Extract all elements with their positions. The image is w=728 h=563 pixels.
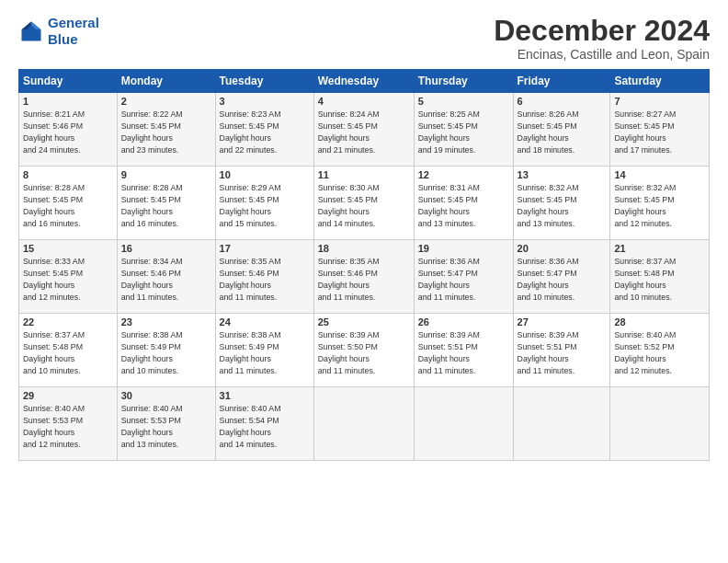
day-number: 26 [418, 316, 509, 327]
cell-info: Sunrise: 8:32 AMSunset: 5:45 PMDaylight … [518, 183, 579, 228]
calendar-week-row: 29 Sunrise: 8:40 AMSunset: 5:53 PMDaylig… [19, 387, 710, 461]
col-sunday: Sunday [19, 70, 118, 93]
cell-info: Sunrise: 8:38 AMSunset: 5:49 PMDaylight … [220, 330, 281, 375]
col-thursday: Thursday [414, 70, 513, 93]
col-tuesday: Tuesday [215, 70, 313, 93]
calendar-cell: 11 Sunrise: 8:30 AMSunset: 5:45 PMDaylig… [313, 167, 414, 240]
calendar-cell: 19 Sunrise: 8:36 AMSunset: 5:47 PMDaylig… [414, 240, 513, 314]
col-wednesday: Wednesday [313, 70, 414, 93]
cell-info: Sunrise: 8:32 AMSunset: 5:45 PMDaylight … [614, 183, 676, 228]
day-number: 31 [220, 390, 310, 401]
cell-info: Sunrise: 8:35 AMSunset: 5:46 PMDaylight … [318, 257, 380, 302]
cell-info: Sunrise: 8:36 AMSunset: 5:47 PMDaylight … [418, 257, 480, 302]
calendar-cell: 15 Sunrise: 8:33 AMSunset: 5:45 PMDaylig… [19, 240, 118, 314]
logo-text: General Blue [48, 15, 99, 48]
day-number: 22 [23, 316, 113, 327]
calendar-cell: 8 Sunrise: 8:28 AMSunset: 5:45 PMDayligh… [19, 167, 118, 240]
day-number: 10 [220, 169, 310, 180]
main-title: December 2024 [494, 15, 710, 47]
calendar-cell: 29 Sunrise: 8:40 AMSunset: 5:53 PMDaylig… [19, 387, 118, 461]
cell-info: Sunrise: 8:21 AMSunset: 5:46 PMDaylight … [23, 109, 85, 155]
calendar-cell: 31 Sunrise: 8:40 AMSunset: 5:54 PMDaylig… [215, 387, 313, 461]
calendar-cell: 23 Sunrise: 8:38 AMSunset: 5:49 PMDaylig… [117, 314, 215, 387]
calendar-cell: 2 Sunrise: 8:22 AMSunset: 5:45 PMDayligh… [117, 93, 215, 167]
calendar-week-row: 8 Sunrise: 8:28 AMSunset: 5:45 PMDayligh… [19, 167, 710, 240]
cell-info: Sunrise: 8:25 AMSunset: 5:45 PMDaylight … [418, 109, 480, 155]
calendar-cell: 14 Sunrise: 8:32 AMSunset: 5:45 PMDaylig… [610, 167, 710, 240]
day-number: 9 [121, 169, 211, 180]
title-block: December 2024 Encinas, Castille and Leon… [494, 15, 710, 62]
day-number: 23 [121, 316, 211, 327]
cell-info: Sunrise: 8:38 AMSunset: 5:49 PMDaylight … [121, 330, 183, 375]
day-number: 3 [220, 96, 310, 107]
day-number: 14 [614, 169, 705, 180]
cell-info: Sunrise: 8:28 AMSunset: 5:45 PMDaylight … [23, 183, 85, 228]
day-number: 16 [121, 243, 211, 254]
day-number: 29 [23, 390, 113, 401]
day-number: 6 [518, 96, 607, 107]
calendar-cell: 7 Sunrise: 8:27 AMSunset: 5:45 PMDayligh… [610, 93, 710, 167]
day-number: 4 [318, 96, 410, 107]
calendar-cell [513, 387, 610, 461]
cell-info: Sunrise: 8:23 AMSunset: 5:45 PMDaylight … [220, 109, 281, 155]
day-number: 21 [614, 243, 705, 254]
day-number: 25 [318, 316, 410, 327]
calendar-cell: 17 Sunrise: 8:35 AMSunset: 5:46 PMDaylig… [215, 240, 313, 314]
cell-info: Sunrise: 8:40 AMSunset: 5:52 PMDaylight … [614, 330, 676, 375]
cell-info: Sunrise: 8:37 AMSunset: 5:48 PMDaylight … [614, 257, 676, 302]
cell-info: Sunrise: 8:27 AMSunset: 5:45 PMDaylight … [614, 109, 676, 155]
col-friday: Friday [513, 70, 610, 93]
cell-info: Sunrise: 8:39 AMSunset: 5:50 PMDaylight … [318, 330, 380, 375]
cell-info: Sunrise: 8:37 AMSunset: 5:48 PMDaylight … [23, 330, 85, 375]
day-number: 15 [23, 243, 113, 254]
day-number: 1 [23, 96, 113, 107]
calendar: Sunday Monday Tuesday Wednesday Thursday… [18, 69, 710, 461]
day-number: 7 [614, 96, 705, 107]
cell-info: Sunrise: 8:35 AMSunset: 5:46 PMDaylight … [220, 257, 281, 302]
cell-info: Sunrise: 8:22 AMSunset: 5:45 PMDaylight … [121, 109, 183, 155]
day-number: 2 [121, 96, 211, 107]
day-number: 28 [614, 316, 705, 327]
calendar-cell: 1 Sunrise: 8:21 AMSunset: 5:46 PMDayligh… [19, 93, 118, 167]
logo: General Blue [18, 15, 99, 48]
calendar-cell: 9 Sunrise: 8:28 AMSunset: 5:45 PMDayligh… [117, 167, 215, 240]
cell-info: Sunrise: 8:30 AMSunset: 5:45 PMDaylight … [318, 183, 380, 228]
calendar-cell: 3 Sunrise: 8:23 AMSunset: 5:45 PMDayligh… [215, 93, 313, 167]
cell-info: Sunrise: 8:33 AMSunset: 5:45 PMDaylight … [23, 257, 85, 302]
col-saturday: Saturday [610, 70, 710, 93]
page: General Blue December 2024 Encinas, Cast… [0, 0, 728, 563]
calendar-cell: 26 Sunrise: 8:39 AMSunset: 5:51 PMDaylig… [414, 314, 513, 387]
calendar-cell [414, 387, 513, 461]
subtitle: Encinas, Castille and Leon, Spain [494, 47, 710, 62]
calendar-week-row: 15 Sunrise: 8:33 AMSunset: 5:45 PMDaylig… [19, 240, 710, 314]
cell-info: Sunrise: 8:34 AMSunset: 5:46 PMDaylight … [121, 257, 183, 302]
calendar-cell: 18 Sunrise: 8:35 AMSunset: 5:46 PMDaylig… [313, 240, 414, 314]
cell-info: Sunrise: 8:40 AMSunset: 5:53 PMDaylight … [23, 404, 85, 449]
cell-info: Sunrise: 8:31 AMSunset: 5:45 PMDaylight … [418, 183, 480, 228]
day-number: 8 [23, 169, 113, 180]
calendar-week-row: 1 Sunrise: 8:21 AMSunset: 5:46 PMDayligh… [19, 93, 710, 167]
logo-general: General [48, 15, 99, 30]
calendar-cell: 22 Sunrise: 8:37 AMSunset: 5:48 PMDaylig… [19, 314, 118, 387]
calendar-cell: 13 Sunrise: 8:32 AMSunset: 5:45 PMDaylig… [513, 167, 610, 240]
day-number: 11 [318, 169, 410, 180]
cell-info: Sunrise: 8:28 AMSunset: 5:45 PMDaylight … [121, 183, 183, 228]
day-number: 24 [220, 316, 310, 327]
calendar-header-row: Sunday Monday Tuesday Wednesday Thursday… [19, 70, 710, 93]
day-number: 27 [518, 316, 607, 327]
calendar-cell: 27 Sunrise: 8:39 AMSunset: 5:51 PMDaylig… [513, 314, 610, 387]
calendar-cell: 5 Sunrise: 8:25 AMSunset: 5:45 PMDayligh… [414, 93, 513, 167]
calendar-cell: 30 Sunrise: 8:40 AMSunset: 5:53 PMDaylig… [117, 387, 215, 461]
calendar-cell: 16 Sunrise: 8:34 AMSunset: 5:46 PMDaylig… [117, 240, 215, 314]
day-number: 18 [318, 243, 410, 254]
day-number: 19 [418, 243, 509, 254]
calendar-cell: 21 Sunrise: 8:37 AMSunset: 5:48 PMDaylig… [610, 240, 710, 314]
logo-icon [18, 18, 44, 44]
calendar-cell: 12 Sunrise: 8:31 AMSunset: 5:45 PMDaylig… [414, 167, 513, 240]
logo-blue: Blue [48, 31, 78, 47]
cell-info: Sunrise: 8:29 AMSunset: 5:45 PMDaylight … [220, 183, 281, 228]
cell-info: Sunrise: 8:26 AMSunset: 5:45 PMDaylight … [518, 109, 579, 155]
day-number: 13 [518, 169, 607, 180]
cell-info: Sunrise: 8:39 AMSunset: 5:51 PMDaylight … [518, 330, 579, 375]
cell-info: Sunrise: 8:39 AMSunset: 5:51 PMDaylight … [418, 330, 480, 375]
